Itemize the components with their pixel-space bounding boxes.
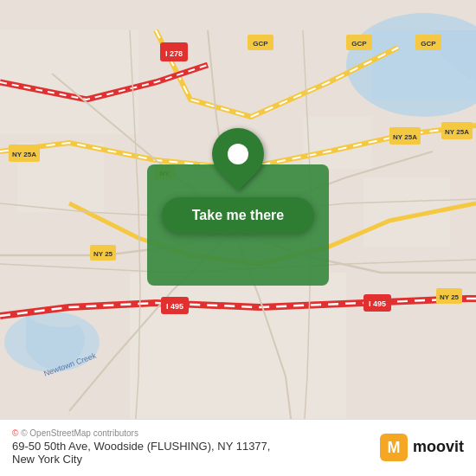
svg-rect-4 bbox=[0, 30, 138, 134]
map-container: I 278 GCP GCP GCP NY 25A NY 25A NY 25A N… bbox=[0, 0, 476, 476]
moovit-icon: M bbox=[380, 434, 408, 461]
osm-icon: © bbox=[12, 428, 18, 438]
svg-text:NY 25A: NY 25A bbox=[393, 133, 417, 141]
svg-text:I 495: I 495 bbox=[166, 302, 183, 311]
info-bar: © © OpenStreetMap contributors 69-50 50t… bbox=[0, 419, 476, 476]
address-line1: 69-50 50th Ave, Woodside (FLUSHING), NY … bbox=[12, 440, 270, 466]
osm-credit: © © OpenStreetMap contributors bbox=[12, 428, 270, 438]
address-section: © © OpenStreetMap contributors 69-50 50t… bbox=[12, 428, 270, 466]
svg-text:NY 25A: NY 25A bbox=[12, 151, 36, 158]
svg-text:GCP: GCP bbox=[253, 40, 268, 48]
svg-text:I 495: I 495 bbox=[369, 299, 386, 308]
moovit-text: moovit bbox=[413, 438, 464, 456]
svg-text:NY 25A: NY 25A bbox=[445, 128, 469, 136]
location-pin bbox=[212, 128, 264, 180]
svg-text:GCP: GCP bbox=[351, 40, 367, 48]
map-background: I 278 GCP GCP GCP NY 25A NY 25A NY 25A N… bbox=[0, 0, 476, 476]
svg-text:I 278: I 278 bbox=[165, 49, 183, 58]
svg-text:M: M bbox=[387, 439, 400, 456]
svg-text:NY 25: NY 25 bbox=[440, 293, 460, 301]
svg-text:GCP: GCP bbox=[421, 40, 436, 48]
moovit-logo: M moovit bbox=[380, 434, 464, 461]
take-me-there-button[interactable]: Take me there bbox=[162, 197, 314, 234]
svg-text:NY 25: NY 25 bbox=[93, 250, 113, 258]
